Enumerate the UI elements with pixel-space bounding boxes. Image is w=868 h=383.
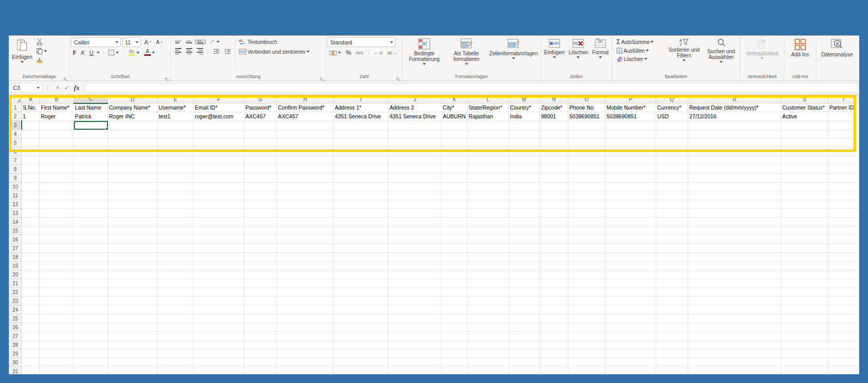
cell-D22[interactable] [108,288,158,297]
cell-C11[interactable] [74,191,108,200]
column-header-D[interactable]: D [108,96,158,103]
wrap-text-button[interactable]: ab Textumbruch [237,38,311,45]
cell-S23[interactable] [781,297,828,305]
cancel-entry-icon[interactable]: × [56,84,59,91]
cell-E26[interactable] [158,323,194,332]
cell-F20[interactable] [194,270,244,279]
cell-styles-button[interactable]: Zellenformatvorlagen [488,37,539,60]
row-header-31[interactable]: 31 [9,367,22,375]
cell-K9[interactable] [442,174,468,182]
cell-K10[interactable] [442,182,468,191]
cell-M26[interactable] [509,323,540,332]
cell-T29[interactable] [828,349,859,358]
cell-N7[interactable] [540,156,568,165]
confirm-entry-icon[interactable]: ✓ [64,84,69,91]
cell-G16[interactable] [244,235,277,244]
cell-B30[interactable] [40,358,74,367]
cell-K21[interactable] [442,279,468,288]
cell-P4[interactable] [606,130,656,139]
cell-T4[interactable] [828,130,859,139]
addins-button[interactable]: Add-Ins [786,37,814,58]
cell-I12[interactable] [334,200,389,209]
cell-Q11[interactable] [656,191,688,200]
cell-B19[interactable] [40,262,74,270]
cell-D23[interactable] [108,297,158,305]
cell-L28[interactable] [468,341,509,349]
cell-J4[interactable] [389,130,442,139]
cell-G15[interactable] [244,226,277,235]
cell-Q6[interactable] [656,147,688,156]
cell-D29[interactable] [108,349,158,358]
cell-L30[interactable] [468,358,509,367]
cell-K26[interactable] [442,323,468,332]
increase-font-button[interactable]: A˄ [143,38,153,47]
cell-T12[interactable] [828,200,859,209]
cell-G2[interactable]: AXC457 [244,112,277,121]
cell-D14[interactable] [108,218,158,226]
cell-K15[interactable] [442,226,468,235]
row-header-25[interactable]: 25 [9,314,22,323]
cell-K24[interactable] [442,305,468,314]
cell-F16[interactable] [194,235,244,244]
cell-K17[interactable] [442,244,468,253]
align-center-button[interactable] [184,48,194,55]
cell-S11[interactable] [781,191,828,200]
cell-Q10[interactable] [656,182,688,191]
cell-P14[interactable] [606,218,656,226]
cell-F11[interactable] [194,191,244,200]
cell-F26[interactable] [194,323,244,332]
cell-P21[interactable] [606,279,656,288]
cell-G22[interactable] [244,288,277,297]
cell-J1[interactable]: Address 2 [389,103,442,112]
cell-A18[interactable] [22,253,40,262]
cell-J29[interactable] [389,349,442,358]
row-header-29[interactable]: 29 [9,349,22,358]
cell-G4[interactable] [244,130,277,139]
cell-Q5[interactable] [656,139,688,147]
cell-J6[interactable] [389,147,442,156]
cell-O31[interactable] [568,367,606,375]
cell-F27[interactable] [194,332,244,341]
cell-S30[interactable] [781,358,828,367]
column-header-E[interactable]: E [158,96,194,103]
cell-H14[interactable] [277,218,334,226]
cell-J9[interactable] [389,174,442,182]
cell-M2[interactable]: India [509,112,540,121]
cell-A7[interactable] [22,156,40,165]
cell-F10[interactable] [194,182,244,191]
cell-E17[interactable] [158,244,194,253]
cell-F2[interactable]: roger@test.com [194,112,244,121]
cell-R31[interactable] [688,367,781,375]
copy-button[interactable] [35,47,49,55]
font-name-combo[interactable]: Calibri [71,37,121,47]
cell-K14[interactable] [442,218,468,226]
cell-T1[interactable]: Partner ID [828,103,859,112]
cell-C22[interactable] [74,288,108,297]
cell-O24[interactable] [568,305,606,314]
number-format-combo[interactable]: Standard [328,37,396,47]
cell-S12[interactable] [781,200,828,209]
cell-A21[interactable] [22,279,40,288]
cell-Q30[interactable] [656,358,688,367]
cell-A20[interactable] [22,270,40,279]
cell-B31[interactable] [40,367,74,375]
cell-I20[interactable] [334,270,389,279]
cell-J13[interactable] [389,209,442,218]
cell-P20[interactable] [606,270,656,279]
cell-B27[interactable] [40,332,74,341]
fill-button[interactable]: Ausfüllen [615,47,663,54]
cell-H26[interactable] [277,323,334,332]
cell-A1[interactable]: S.No. [22,103,40,112]
cell-A13[interactable] [22,209,40,218]
cell-L2[interactable]: Rajasthan [468,112,509,121]
cell-D21[interactable] [108,279,158,288]
cell-I13[interactable] [334,209,389,218]
cell-H7[interactable] [277,156,334,165]
row-header-5[interactable]: 5 [9,139,22,147]
row-header-11[interactable]: 11 [9,191,22,200]
cell-D5[interactable] [108,139,158,147]
cell-H15[interactable] [277,226,334,235]
cell-H5[interactable] [277,139,334,147]
cell-A25[interactable] [22,314,40,323]
cell-P31[interactable] [606,367,656,375]
